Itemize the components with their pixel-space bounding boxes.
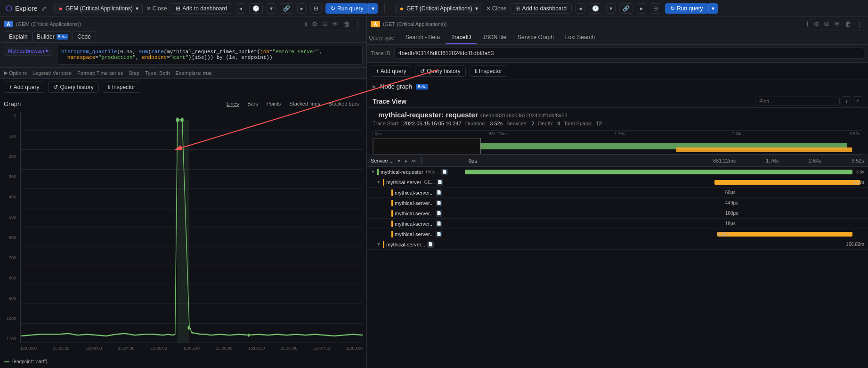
right-inspector-button[interactable]: ℹ Inspector	[470, 65, 507, 77]
right-query-history-button[interactable]: ↺ Query history	[415, 65, 465, 77]
col-resize-handle[interactable]	[421, 157, 422, 164]
graph-tab-lines[interactable]: Lines	[223, 99, 243, 108]
share-icon[interactable]: ⤢	[41, 5, 47, 12]
qtype-tab-traceid[interactable]: TraceID	[446, 31, 477, 44]
left-close-button[interactable]: ✕ Close	[146, 5, 167, 12]
span-duration: 3.3s	[856, 170, 864, 174]
legend-option: Legend: Verbose	[32, 70, 72, 76]
graph-tab-stacked-lines[interactable]: Stacked lines	[285, 99, 324, 108]
left-query-row-header: A (GEM (Critical Applications)) ℹ ⚙ ⧉ 👁 …	[0, 17, 366, 31]
right-zoom-button[interactable]: ⊟	[650, 3, 661, 14]
builder-button[interactable]: Builder Beta	[32, 31, 72, 42]
right-nav-next-button[interactable]: ▸	[637, 3, 646, 14]
left-nav-prev-button[interactable]: ◂	[236, 3, 245, 14]
graph-tab-stacked-bars[interactable]: Stacked bars	[325, 99, 363, 108]
right-eye-icon-btn[interactable]: 👁	[832, 20, 842, 28]
left-time-picker-button[interactable]: 🕐	[249, 3, 263, 14]
find-input[interactable]	[755, 97, 840, 106]
table-row[interactable]: ▼ mythical-server GE... 📄 2.17s	[367, 177, 868, 188]
right-time-picker-button[interactable]: 🕐	[589, 3, 602, 14]
table-row[interactable]: ▼ mythical-server... 📄 166.82m	[367, 239, 868, 250]
graph-tab-bars[interactable]: Bars	[243, 99, 262, 108]
right-datasource-selector[interactable]: ● GET (Critical Applications) ▾	[395, 3, 482, 14]
left-inspector-button[interactable]: ℹ Inspector	[103, 82, 140, 93]
service-label: mythical-server...	[395, 221, 434, 227]
right-run-button[interactable]: ↻ Run query	[665, 3, 708, 14]
right-add-dashboard-button[interactable]: ⊞ Add to dashboard	[510, 3, 572, 14]
left-eye-icon-btn[interactable]: 👁	[331, 20, 340, 28]
timeline-cell: 2.17s	[471, 177, 864, 187]
left-copy-icon-btn[interactable]: ⧉	[321, 20, 329, 28]
right-run-dropdown-button[interactable]: ▾	[708, 3, 718, 14]
find-down-button[interactable]: ↓	[842, 96, 851, 106]
graph-title: Graph	[4, 100, 21, 107]
node-graph-header[interactable]: ▶ Node graph Beta	[367, 80, 868, 93]
qtype-tab-loki[interactable]: Loki Search	[560, 31, 600, 44]
left-run-button[interactable]: ↻ Run query	[325, 3, 368, 14]
right-info-icon-btn[interactable]: ℹ	[805, 20, 810, 28]
service-col-collapse-all-button[interactable]: ▸	[404, 158, 408, 164]
service-col-expand-level-button[interactable]: ≫	[410, 158, 417, 164]
right-close-button[interactable]: ✕ Close	[486, 5, 507, 12]
table-row[interactable]: mythical-server... 📄 | 18μs	[367, 219, 868, 229]
trace-start-value: 2022-06-15 15:05:10.247	[403, 121, 462, 126]
span-duration: 166.82m	[846, 242, 864, 247]
table-row[interactable]: mythical-server... 📄 | 160μs	[367, 208, 868, 219]
left-link-button[interactable]: 🔗	[280, 3, 293, 14]
right-nav-prev-button[interactable]: ◂	[576, 3, 585, 14]
qtype-tab-service-graph[interactable]: Service Graph	[512, 31, 560, 44]
expand-icon[interactable]: ▼	[376, 180, 381, 185]
trace-id-input[interactable]	[394, 48, 864, 59]
expand-icon[interactable]: ▼	[376, 242, 381, 247]
right-link-button[interactable]: 🔗	[619, 3, 633, 14]
table-row[interactable]: ▼ mythical-requester requ... 📄 3.3s	[367, 167, 868, 177]
left-query-history-button[interactable]: ↺ Query history	[48, 82, 98, 93]
query-code-editor[interactable]: histogram_quantile(0.95, sum(rate(mythic…	[57, 46, 363, 65]
left-settings-icon-btn[interactable]: ⚙	[310, 20, 319, 28]
right-time-chevron-button[interactable]: ▾	[606, 3, 616, 14]
left-info-icon-btn[interactable]: ℹ	[303, 20, 308, 28]
qtype-tab-json[interactable]: JSON file	[477, 31, 512, 44]
span-doc-icon: 📄	[436, 200, 442, 206]
left-trash-icon-btn[interactable]: 🗑	[342, 20, 351, 28]
expand-icon[interactable]: ▼	[371, 169, 375, 174]
right-trash-icon-btn[interactable]: 🗑	[844, 20, 853, 28]
timeline-cell: | 160μs	[478, 208, 864, 218]
right-add-query-button[interactable]: + Add query	[371, 65, 411, 77]
left-add-dashboard-button[interactable]: ⊞ Add to dashboard	[170, 3, 232, 14]
left-datasource-name: GEM (Critical Applications)	[65, 5, 133, 12]
left-nav-next-button[interactable]: ▸	[297, 3, 307, 14]
span-bar	[714, 180, 860, 185]
find-up-button[interactable]: ↑	[853, 96, 862, 106]
right-copy-icon-btn[interactable]: ⧉	[823, 20, 830, 28]
metrics-browser-button[interactable]: Metrics browser ▸	[4, 46, 53, 56]
left-datasource-selector[interactable]: ● GEM (Critical Applications) ▾	[54, 3, 142, 14]
left-add-query-button[interactable]: + Add query	[4, 82, 44, 93]
trace-view-container[interactable]: ▶ Node graph Beta Trace View ↓ ↑ mythica…	[367, 80, 868, 368]
info-circle-icon: ℹ	[108, 84, 110, 90]
right-settings-icon-btn[interactable]: ⚙	[812, 20, 821, 28]
left-time-chevron-button[interactable]: ▾	[267, 3, 276, 14]
service-col-expand-all-button[interactable]: ▼	[396, 158, 402, 164]
main-layout: A (GEM (Critical Applications)) ℹ ⚙ ⧉ 👁 …	[0, 17, 868, 368]
service-name-cell: mythical-server... 📄	[384, 210, 478, 217]
table-row[interactable]: mythical-server... 📄 | 60μs	[367, 188, 868, 198]
explain-button[interactable]: Explain	[4, 31, 32, 42]
left-zoom-button[interactable]: ⊟	[310, 3, 322, 14]
left-action-row: + Add query ↺ Query history ℹ Inspector	[0, 79, 366, 96]
table-row[interactable]: mythical-server... 📄 | 449μs	[367, 198, 868, 208]
table-row[interactable]: mythical-server... 📄 2.16s	[367, 229, 868, 239]
legend-area: {endpoint="cart"}	[4, 359, 363, 364]
service-col-header: Service ... ▼ ▸ ≫	[371, 157, 465, 164]
minimap[interactable]: 0μs 881.22ms 1.76s 2.64s 3.52s	[373, 130, 862, 155]
qtype-tab-search[interactable]: Search - Beta	[400, 31, 446, 44]
left-more-icon-btn[interactable]: ⋮	[353, 20, 363, 28]
graph-area: Graph Lines Bars Points Stacked lines St…	[0, 96, 366, 368]
left-run-dropdown-button[interactable]: ▾	[368, 3, 378, 14]
span-duration: 160μs	[725, 211, 738, 216]
right-more-icon-btn[interactable]: ⋮	[855, 20, 864, 28]
node-graph-chevron-icon: ▶	[373, 84, 376, 89]
options-toggle-button[interactable]: ▶ Options	[4, 70, 27, 76]
code-button[interactable]: Code	[72, 31, 96, 42]
graph-tab-points[interactable]: Points	[263, 99, 285, 108]
